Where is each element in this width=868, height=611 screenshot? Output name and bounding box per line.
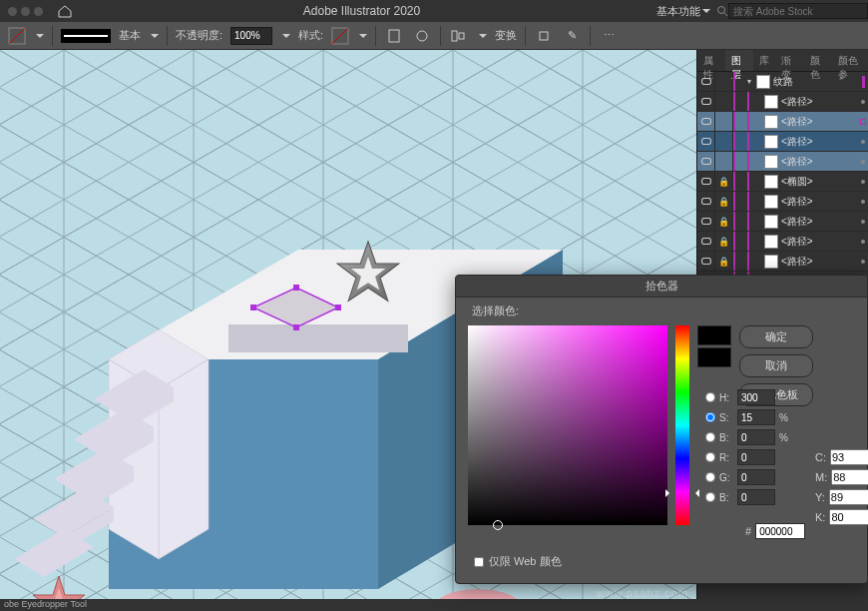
watermark: www.psahz.com [597, 587, 688, 599]
layer-row[interactable]: <路径> [697, 92, 868, 112]
panel-tab-5[interactable]: 颜色参 [832, 50, 868, 71]
lock-toggle[interactable] [715, 132, 733, 151]
visibility-toggle[interactable] [697, 232, 715, 251]
svg-rect-31 [250, 305, 256, 310]
edit-icon[interactable]: ✎ [562, 26, 582, 46]
y-input[interactable] [829, 489, 868, 505]
layer-row[interactable]: 🔒 <路径> [697, 212, 868, 232]
opacity-input[interactable] [230, 27, 272, 45]
panel-tab-1[interactable]: 图层 [725, 50, 753, 71]
hex-input[interactable] [755, 523, 805, 539]
stroke-preview[interactable] [61, 29, 111, 43]
k-input[interactable] [829, 509, 868, 525]
chevron-down-icon[interactable] [36, 34, 44, 42]
visibility-toggle[interactable] [697, 152, 715, 171]
lock-toggle[interactable]: 🔒 [715, 212, 733, 231]
layer-thumb [764, 135, 778, 149]
layer-name: <椭圆> [781, 175, 858, 189]
saturation-value-field[interactable] [468, 325, 667, 525]
s-radio[interactable] [705, 412, 715, 422]
visibility-toggle[interactable] [697, 172, 715, 191]
no-selection-icon [8, 27, 26, 45]
minimize-dot[interactable] [21, 7, 30, 16]
hue-slider[interactable] [675, 325, 689, 525]
h-input[interactable] [737, 389, 775, 405]
panel-tabs: 属性图层库渐变颜色颜色参 [697, 50, 868, 72]
stroke-label: 基本 [119, 28, 141, 43]
s-input[interactable] [737, 409, 775, 425]
layer-row[interactable]: <路径> [697, 152, 868, 172]
visibility-toggle[interactable] [697, 132, 715, 151]
r-radio[interactable] [705, 452, 715, 462]
layer-row[interactable]: 🔒 <路径> [697, 232, 868, 252]
layer-row[interactable]: <路径> [697, 112, 868, 132]
lock-toggle[interactable]: 🔒 [715, 172, 733, 191]
layers-panel[interactable]: ▾ 纹路 <路径> <路径> <路径> <路径> 🔒 <椭圆> 🔒 [697, 72, 868, 300]
layer-row[interactable]: ▾ 纹路 [697, 72, 868, 92]
panel-tab-2[interactable]: 库 [753, 50, 775, 71]
control-bar: 基本 不透明度: 样式: 变换 ✎ ⋯ [0, 22, 868, 50]
visibility-toggle[interactable] [697, 92, 715, 111]
panel-tab-3[interactable]: 渐变 [775, 50, 803, 71]
layer-row[interactable]: 🔒 <路径> [697, 192, 868, 212]
b-input[interactable] [737, 429, 775, 445]
lock-toggle[interactable]: 🔒 [715, 232, 733, 251]
recolor-icon[interactable] [412, 26, 432, 46]
panel-tab-0[interactable]: 属性 [697, 50, 725, 71]
bl-input[interactable] [737, 489, 775, 505]
panel-tab-4[interactable]: 颜色 [804, 50, 832, 71]
layer-row[interactable]: 🔒 <路径> [697, 252, 868, 272]
home-icon[interactable] [57, 4, 73, 18]
layer-row[interactable]: 🔒 <椭圆> [697, 172, 868, 192]
align-icon[interactable] [449, 26, 469, 46]
h-radio[interactable] [705, 392, 715, 402]
close-dot[interactable] [8, 7, 17, 16]
layer-thumb [764, 255, 778, 269]
c-input[interactable] [830, 449, 868, 465]
doc-setup-icon[interactable] [384, 26, 404, 46]
bl-radio[interactable] [705, 492, 715, 502]
visibility-toggle[interactable] [697, 252, 715, 271]
layer-name: <路径> [781, 255, 858, 269]
opacity-label: 不透明度: [176, 28, 222, 43]
hex-field: # [745, 523, 805, 539]
layer-row[interactable]: <路径> [697, 132, 868, 152]
window-controls[interactable] [0, 7, 51, 16]
lock-toggle[interactable] [715, 92, 733, 111]
title-bar: Adobe Illustrator 2020 基本功能 [0, 0, 868, 22]
cmyk-fields: C:% M:% Y:% K:% [815, 449, 868, 525]
m-input[interactable] [831, 469, 868, 485]
lock-toggle[interactable] [715, 152, 733, 171]
svg-marker-29 [228, 324, 408, 352]
stock-search-input[interactable] [728, 3, 868, 19]
sv-cursor[interactable] [493, 520, 503, 530]
web-only-checkbox[interactable]: 仅限 Web 颜色 [474, 554, 562, 569]
svg-line-5 [332, 28, 348, 44]
r-input[interactable] [737, 449, 775, 465]
lock-toggle[interactable]: 🔒 [715, 252, 733, 271]
isolate-icon[interactable] [534, 26, 554, 46]
layer-thumb [764, 155, 778, 169]
more-icon[interactable]: ⋯ [599, 26, 619, 46]
color-picker-dialog[interactable]: 拾色器 选择颜色: 确定 取消 颜色色板 H:° S:% B:% R: G: B… [455, 275, 868, 584]
style-swatch[interactable] [331, 27, 349, 45]
lock-toggle[interactable] [715, 72, 733, 91]
visibility-toggle[interactable] [697, 72, 715, 91]
svg-rect-33 [335, 305, 341, 310]
workspace-switcher[interactable]: 基本功能 [651, 4, 716, 19]
visibility-toggle[interactable] [697, 212, 715, 231]
svg-rect-6 [389, 30, 399, 42]
g-radio[interactable] [705, 472, 715, 482]
b-radio[interactable] [705, 432, 715, 442]
svg-rect-8 [452, 31, 457, 41]
layer-name: <路径> [781, 135, 858, 149]
visibility-toggle[interactable] [697, 192, 715, 211]
picker-titlebar[interactable]: 拾色器 [456, 276, 867, 298]
visibility-toggle[interactable] [697, 112, 715, 131]
g-input[interactable] [737, 469, 775, 485]
lock-toggle[interactable] [715, 112, 733, 131]
lock-toggle[interactable]: 🔒 [715, 192, 733, 211]
ok-button[interactable]: 确定 [739, 325, 813, 348]
zoom-dot[interactable] [34, 7, 43, 16]
cancel-button[interactable]: 取消 [739, 354, 813, 377]
